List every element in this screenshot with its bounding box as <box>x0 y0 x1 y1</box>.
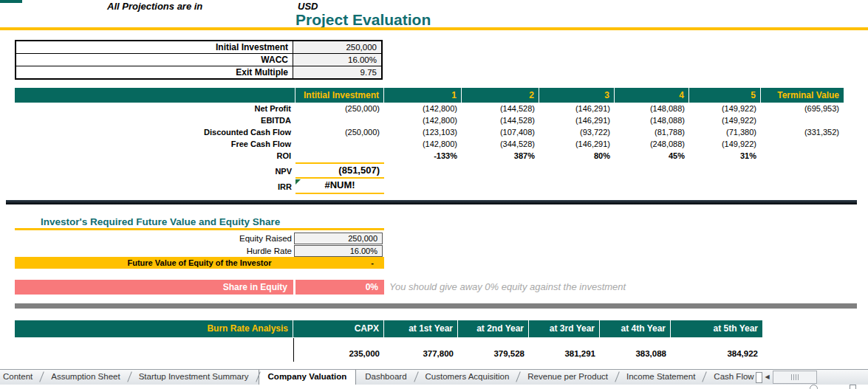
value-cell: 377,800 <box>384 346 458 361</box>
projection-table-header: Intitial Investment 1 2 3 4 5 Terminal V… <box>15 88 844 103</box>
value-cell: (149,922) <box>689 103 761 114</box>
equity-raised-label: Equity Raised <box>15 233 292 244</box>
irr-label: IRR <box>15 179 292 194</box>
sheet-tab-income-statement[interactable]: Income Statement <box>618 370 704 385</box>
header-spacer <box>15 88 295 103</box>
empty-cell <box>15 346 293 361</box>
value-cell: (149,922) <box>689 138 761 150</box>
value-cell: (146,291) <box>539 138 615 150</box>
column-header-year-2: 2 <box>462 88 539 103</box>
value-cell: 235,000 <box>293 346 384 361</box>
value-cell: 384,922 <box>671 346 762 361</box>
table-row-ebitda: EBITDA (142,800) (144,528) (146,291) (14… <box>15 114 844 126</box>
scrollbar-grip-icon <box>798 374 799 380</box>
scrollbar-grip-icon <box>791 374 792 380</box>
initial-investment-input-cell[interactable]: 250,000 <box>293 41 381 53</box>
row-label: Free Cash Flow <box>15 138 295 150</box>
value-cell: (93,722) <box>539 126 615 138</box>
burn-rate-title: Burn Rate Analysis <box>15 320 293 337</box>
column-header-year-1: 1 <box>384 88 462 103</box>
future-value-row: Future Value of Equity of the Investor - <box>15 257 384 269</box>
table-row-free-cash-flow: Free Cash Flow (142,800) (344,528) (146,… <box>15 138 844 150</box>
exit-multiple-input-cell[interactable]: 9.75 <box>293 66 381 78</box>
value-cell: -133% <box>384 150 462 162</box>
projections-caption: All Projections are in <box>107 1 202 12</box>
value-cell: 383,088 <box>600 346 671 361</box>
value-cell: (142,800) <box>384 114 462 126</box>
irr-value-cell[interactable]: #NUM! <box>295 179 384 194</box>
tabs-scroll-left-button[interactable]: ◀ <box>762 370 773 385</box>
sheet-tab-customers-acquisition[interactable]: Customers Acquisition <box>417 370 519 385</box>
section-divider-dark <box>6 200 857 204</box>
value-cell: (148,088) <box>615 103 689 114</box>
sheet-tab-content[interactable]: Content <box>0 370 41 385</box>
scrollbar-grip-icon <box>796 374 796 380</box>
column-header-5th-year: at 5th Year <box>671 320 762 337</box>
page-title: Project Evaluation <box>295 11 431 29</box>
sheet-tab-dashboard[interactable]: Dashboard <box>356 370 415 385</box>
table-row-roi: ROI -133% 387% 80% 45% 31% <box>15 150 844 162</box>
value-cell: (148,088) <box>615 114 689 126</box>
value-cell: 381,291 <box>529 346 600 361</box>
sheet-tab-startup-investment-summary[interactable]: Startup Investment Summary <box>130 370 258 385</box>
value-cell: (149,922) <box>689 114 761 126</box>
spreadsheet-company-valuation: All Projections are in USD Project Evalu… <box>0 0 868 389</box>
share-in-equity-row: Share in Equity 0% <box>15 280 384 295</box>
row-label: EBITDA <box>15 114 295 126</box>
sheet-tab-cash-flow[interactable]: Cash Flow <box>705 370 755 385</box>
equity-raised-input-cell[interactable]: 250,000 <box>294 233 383 244</box>
value-cell: (248,088) <box>615 138 689 150</box>
projection-table: Intitial Investment 1 2 3 4 5 Terminal V… <box>15 88 844 162</box>
assumption-row: Exit Multiple 9.75 <box>16 66 381 78</box>
sheet-tab-company-valuation[interactable]: Company Valuation <box>259 370 357 385</box>
error-indicator-icon <box>295 179 301 185</box>
value-cell: (146,291) <box>539 103 615 114</box>
assumption-row: Initial Investment 250,000 <box>16 41 381 53</box>
section-divider-gray <box>15 303 857 309</box>
assumptions-table: Initial Investment 250,000 WACC 16.00% E… <box>15 40 383 80</box>
value-cell <box>761 150 844 162</box>
tab-split-handle[interactable] <box>756 372 762 383</box>
value-cell: (250,000) <box>295 103 384 114</box>
future-value-label: Future Value of Equity of the Investor <box>15 257 384 269</box>
assumption-label: Initial Investment <box>16 41 293 53</box>
future-value-amount: - <box>371 257 374 269</box>
burn-rate-values-row: 235,000 377,800 379,528 381,291 383,088 … <box>15 346 762 361</box>
value-cell <box>761 114 844 126</box>
sheet-tab-revenue-per-product[interactable]: Revenue per Product <box>519 370 617 385</box>
value-cell <box>295 114 384 126</box>
assumption-row: WACC 16.00% <box>16 53 381 66</box>
share-in-equity-label: Share in Equity <box>15 280 293 295</box>
table-row-discounted-cash-flow: Discounted Cash Flow (250,000) (123,103)… <box>15 126 844 138</box>
sheet-tab-bar: Content Assumption Sheet Startup Investm… <box>0 369 868 385</box>
column-header-3rd-year: at 3rd Year <box>529 320 600 337</box>
sheet-tab-assumption-sheet[interactable]: Assumption Sheet <box>42 370 129 385</box>
value-cell <box>761 138 844 150</box>
share-in-equity-note: You should give away 0% equity against t… <box>389 280 626 295</box>
value-cell: (142,800) <box>384 138 462 150</box>
value-cell: 45% <box>615 150 689 162</box>
value-cell: (331,352) <box>761 126 844 138</box>
value-cell: 379,528 <box>458 346 529 361</box>
value-cell: (144,528) <box>462 103 539 114</box>
column-header-2nd-year: at 2nd Year <box>458 320 529 337</box>
value-cell: 31% <box>689 150 761 162</box>
column-header-year-3: 3 <box>539 88 615 103</box>
value-cell: (107,408) <box>462 126 539 138</box>
share-in-equity-value-cell[interactable]: 0% <box>295 280 384 295</box>
zoom-control-partial-icon <box>810 385 818 389</box>
wacc-input-cell[interactable]: 16.00% <box>293 54 381 66</box>
table-row-net-profit: Net Profit (250,000) (142,800) (144,528)… <box>15 103 844 114</box>
value-cell: (250,000) <box>295 126 384 138</box>
hurdle-rate-input-cell[interactable]: 16.00% <box>294 245 383 257</box>
npv-value-cell[interactable]: (851,507) <box>295 162 384 179</box>
value-cell <box>295 150 384 162</box>
npv-label: NPV <box>15 164 292 179</box>
column-header-initial-investment: Intitial Investment <box>295 88 384 103</box>
row-label: Net Profit <box>15 103 295 114</box>
horizontal-scrollbar[interactable] <box>773 371 817 384</box>
column-header-capx: CAPX <box>293 320 384 337</box>
assumption-label: WACC <box>16 54 293 66</box>
column-header-year-4: 4 <box>615 88 689 103</box>
column-header-year-5: 5 <box>689 88 761 103</box>
